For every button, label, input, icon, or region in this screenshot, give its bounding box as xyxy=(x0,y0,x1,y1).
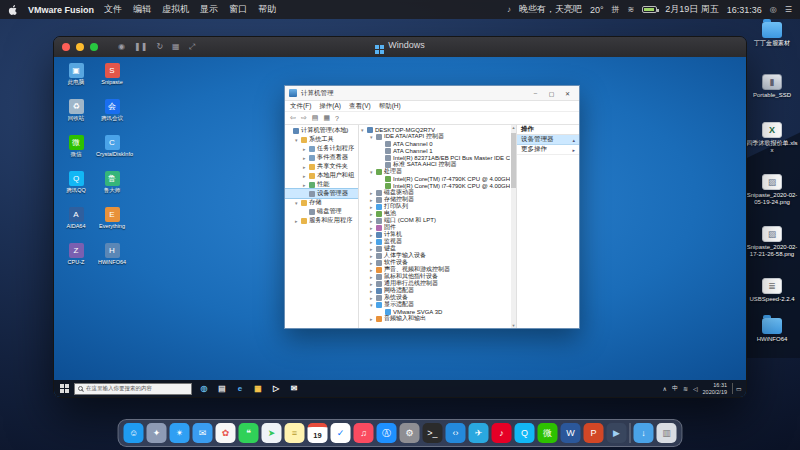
scrollbar-thumb[interactable] xyxy=(511,133,516,188)
dock-item[interactable]: 19 xyxy=(308,423,328,443)
device-tree-item[interactable]: ▾ 显示适配器 xyxy=(359,301,510,308)
device-tree-item[interactable]: ▸ 网络适配器 xyxy=(359,287,510,294)
vm-toolbar-icon[interactable]: ↻ xyxy=(156,42,163,52)
device-tree-item[interactable]: Intel(R) 82371AB/EB PCI Bus Master IDE C… xyxy=(359,154,510,161)
console-tree-item[interactable]: ▸ 任务计划程序 xyxy=(285,144,358,153)
windows-desktop-icon[interactable]: S Snipaste xyxy=(96,63,128,97)
device-tree-item[interactable]: ▸ 音频输入和输出 xyxy=(359,315,510,322)
console-tree-item[interactable]: 磁盘管理 xyxy=(285,207,358,216)
console-tree-item[interactable]: ▾ 系统工具 xyxy=(285,135,358,144)
taskbar-app-icon[interactable]: ◎ xyxy=(196,381,212,396)
device-tree-item[interactable]: ATA Channel 1 xyxy=(359,147,510,154)
console-tree-item[interactable]: ▸ 本地用户和组 xyxy=(285,171,358,180)
cm-menu-item[interactable]: 查看(V) xyxy=(349,102,371,111)
device-tree-item[interactable]: ▸ 声音、视频和游戏控制器 xyxy=(359,266,510,273)
console-tree-item[interactable]: ▸ 共享文件夹 xyxy=(285,162,358,171)
collapse-caret-icon[interactable]: ▴ xyxy=(572,137,575,143)
device-tree-item[interactable]: ▸ 打印队列 xyxy=(359,203,510,210)
vmware-titlebar[interactable]: ◉❚❚↻▦⤢ Windows xyxy=(54,37,746,57)
windows-desktop-icon[interactable]: ♻ 回收站 xyxy=(60,99,92,133)
macos-desktop-icon[interactable]: ≣ USBSpeed-2.2.4 xyxy=(746,278,798,303)
taskbar-app-icon[interactable]: ▤ xyxy=(214,381,230,396)
dock-item[interactable]: ⚙ xyxy=(400,423,420,443)
device-tree-item[interactable]: ▸ 系统设备 xyxy=(359,294,510,301)
input-language-indicator[interactable]: 中 xyxy=(672,384,678,393)
dock-item[interactable]: >_ xyxy=(423,423,443,443)
dock-item[interactable]: W xyxy=(561,423,581,443)
vm-toolbar-icon[interactable]: ▦ xyxy=(172,42,180,52)
dock-item[interactable]: ✴ xyxy=(170,423,190,443)
device-tree-item[interactable]: ▾ DESKTOP-MGQ2R7V xyxy=(359,126,510,133)
scroll-down-arrow[interactable]: ▼ xyxy=(511,323,516,328)
windows-desktop-icon[interactable]: C CrystalDiskInfo xyxy=(96,135,128,169)
volume-icon[interactable]: ◁ xyxy=(693,385,698,392)
windows-desktop[interactable]: ▣ 此电脑 ♻ 回收站 微 微信 Q 腾讯QQ xyxy=(54,57,746,397)
device-tree-item[interactable]: ▸ 通用串行总线控制器 xyxy=(359,280,510,287)
device-tree-item[interactable]: ▸ 软件设备 xyxy=(359,259,510,266)
device-tree-item[interactable]: ▸ 人体学输入设备 xyxy=(359,252,510,259)
cm-menu-item[interactable]: 文件(F) xyxy=(290,102,311,111)
device-tree-item[interactable]: Intel(R) Core(TM) i7-4790K CPU @ 4.00GHz xyxy=(359,182,510,189)
dock-item[interactable]: ☺ xyxy=(124,423,144,443)
dock-item[interactable]: ↓ xyxy=(634,423,654,443)
dock-item[interactable]: Ⓐ xyxy=(377,423,397,443)
taskbar-app-icon[interactable]: e xyxy=(232,381,248,396)
device-tree-item[interactable]: ▸ 端口 (COM 和 LPT) xyxy=(359,217,510,224)
wifi-icon[interactable]: ≋ xyxy=(628,5,635,14)
music-note-icon[interactable]: ♪ xyxy=(507,5,511,14)
actions-device-manager[interactable]: 设备管理器 ▴ xyxy=(517,135,579,145)
dock-item[interactable]: ✿ xyxy=(216,423,236,443)
dock-item[interactable]: ✓ xyxy=(331,423,351,443)
dock-item[interactable]: ➤ xyxy=(262,423,282,443)
dock-item[interactable]: ❝ xyxy=(239,423,259,443)
device-tree-item[interactable]: ▸ 电池 xyxy=(359,210,510,217)
close-traffic-light[interactable] xyxy=(62,43,70,51)
macos-desktop-icon[interactable]: X 四季沐歌报价单.xlsx xyxy=(746,122,798,154)
windows-desktop-icon[interactable]: ▣ 此电脑 xyxy=(60,63,92,97)
taskbar-app-icon[interactable]: ✉ xyxy=(286,381,302,396)
device-tree-item[interactable]: ▸ 鼠标和其他指针设备 xyxy=(359,273,510,280)
network-icon[interactable]: ≋ xyxy=(683,385,688,392)
fullscreen-traffic-light[interactable] xyxy=(90,43,98,51)
vm-toolbar-icon[interactable]: ❚❚ xyxy=(134,42,147,52)
device-tree-item[interactable]: ▸ 键盘 xyxy=(359,245,510,252)
console-tree-item[interactable]: 设备管理器 xyxy=(285,189,358,198)
device-tree-item[interactable]: ▸ 存储控制器 xyxy=(359,196,510,203)
console-tree-item[interactable]: ▸ 性能 xyxy=(285,180,358,189)
windows-desktop-icon[interactable]: 鲁 鲁大师 xyxy=(96,171,128,205)
macos-desktop-icon[interactable]: ▮ Portable_SSD xyxy=(746,74,798,99)
cm-titlebar[interactable]: 计算机管理 – ▢ ✕ xyxy=(285,86,579,101)
taskbar-clock[interactable]: 16:31 2020/2/19 xyxy=(703,382,727,395)
minimize-button[interactable]: – xyxy=(528,87,543,99)
windows-desktop-icon[interactable]: 会 腾讯会议 xyxy=(96,99,128,133)
console-tree-item[interactable]: ▾ 存储 xyxy=(285,198,358,207)
dock-item[interactable]: ♪ xyxy=(492,423,512,443)
notification-center-icon[interactable]: ☰ xyxy=(785,5,792,14)
dock-item[interactable]: ✉ xyxy=(193,423,213,443)
vm-toolbar-icon[interactable]: ⤢ xyxy=(189,42,195,52)
dock-item[interactable] xyxy=(630,423,631,443)
dock-item[interactable]: ‹› xyxy=(446,423,466,443)
cm-toolbar-button[interactable]: ⇦ xyxy=(290,114,296,122)
windows-desktop-icon[interactable]: Q 腾讯QQ xyxy=(60,171,92,205)
dock-item[interactable]: ♫ xyxy=(354,423,374,443)
taskbar-search-box[interactable]: 在这里输入你要搜索的内容 xyxy=(74,383,192,395)
device-tree-item[interactable]: ATA Channel 0 xyxy=(359,140,510,147)
macos-desktop-icon[interactable]: HWiNFO64 xyxy=(746,318,798,343)
battery-icon[interactable] xyxy=(642,6,657,13)
dock-item[interactable]: ▶ xyxy=(607,423,627,443)
device-tree-item[interactable]: ▸ 磁盘驱动器 xyxy=(359,189,510,196)
console-tree-item[interactable]: ▸ 服务和应用程序 xyxy=(285,216,358,225)
dock-item[interactable]: ▥ xyxy=(657,423,677,443)
device-tree-item[interactable]: VMware SVGA 3D xyxy=(359,308,510,315)
windows-desktop-icon[interactable]: E Everything xyxy=(96,207,128,241)
macos-desktop-icon[interactable]: ▨ Snipaste_2020-02-05-19-24.png xyxy=(746,174,798,206)
dock-item[interactable]: P xyxy=(584,423,604,443)
device-tree-item[interactable]: ▸ 监视器 xyxy=(359,238,510,245)
menubar-date[interactable]: 2月19日 周五 xyxy=(665,3,719,16)
actions-more[interactable]: 更多操作 ▸ xyxy=(517,145,579,155)
device-tree-item[interactable]: ▾ 处理器 xyxy=(359,168,510,175)
taskbar-app-icon[interactable]: ▦ xyxy=(250,381,266,396)
dock-item[interactable]: ✦ xyxy=(147,423,167,443)
dock-item[interactable]: ✈ xyxy=(469,423,489,443)
